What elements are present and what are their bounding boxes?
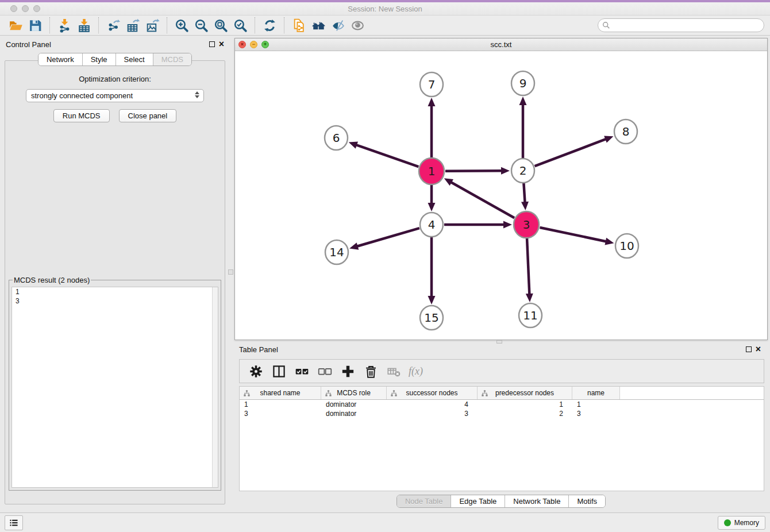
edge-4-14[interactable]	[356, 228, 419, 246]
graph-node-6[interactable]: 6	[325, 126, 348, 150]
edge-1-6[interactable]	[355, 145, 418, 167]
graph-node-8[interactable]: 8	[614, 119, 637, 144]
tab-network[interactable]: Network	[38, 53, 83, 65]
column-header-mcds-role[interactable]: MCDS role	[321, 387, 387, 399]
export-network-icon	[106, 18, 121, 33]
search-icon	[602, 21, 610, 29]
table-header-row: shared name MCDS role successor nodes pr…	[240, 387, 764, 400]
network-window-titlebar[interactable]: × − + scc.txt	[235, 38, 767, 51]
export-network-button[interactable]	[103, 17, 123, 34]
graph-node-9[interactable]: 9	[511, 71, 534, 95]
cell-shared-name: 1	[240, 400, 321, 408]
toolbar-separator	[98, 17, 99, 33]
network-canvas[interactable]: 7968124314101511	[235, 51, 767, 340]
edge-3-1[interactable]	[450, 182, 514, 218]
create-column-button[interactable]	[337, 363, 358, 380]
column-header-successor-nodes[interactable]: successor nodes	[387, 387, 478, 399]
graphics-details-eye-icon	[331, 18, 345, 33]
mcds-result-title: MCDS result (2 nodes)	[13, 276, 91, 284]
import-network-icon	[57, 18, 72, 33]
graph-node-3[interactable]: 3	[514, 211, 539, 238]
graph-node-11[interactable]: 11	[519, 303, 542, 327]
mcds-result-list[interactable]: 1 3	[11, 287, 218, 488]
close-panel-button[interactable]: Close panel	[119, 109, 177, 122]
zoom-out-button[interactable]	[191, 17, 211, 34]
float-panel-icon[interactable]	[209, 41, 215, 47]
result-node: 3	[12, 296, 218, 306]
edge-arrow-2-8	[604, 136, 613, 142]
graph-node-10[interactable]: 10	[615, 234, 638, 258]
table-panel-header: Table Panel ×	[234, 342, 768, 357]
tab-node-table[interactable]: Node Table	[397, 495, 452, 507]
open-session-button[interactable]	[6, 17, 25, 34]
tab-edge-table[interactable]: Edge Table	[451, 495, 505, 507]
float-panel-icon[interactable]	[746, 346, 752, 352]
save-session-button[interactable]	[25, 17, 45, 34]
mcds-result-group: MCDS result (2 nodes) 1 3	[9, 276, 221, 491]
deselect-all-columns-button[interactable]	[314, 363, 335, 380]
network-title: scc.txt	[235, 40, 767, 49]
duplicate-network-button[interactable]	[289, 17, 309, 34]
graph-node-14[interactable]: 14	[325, 240, 348, 264]
tab-style[interactable]: Style	[83, 53, 116, 65]
graph-node-1[interactable]: 1	[419, 158, 444, 184]
graph-node-7[interactable]: 7	[420, 72, 443, 97]
graph-node-2[interactable]: 2	[511, 159, 534, 183]
result-scrollbar[interactable]	[212, 287, 218, 487]
overview-button[interactable]	[348, 17, 367, 34]
duplicate-network-icon	[292, 18, 306, 33]
edge-2-8[interactable]	[535, 138, 607, 166]
run-mcds-button[interactable]: Run MCDS	[53, 109, 110, 122]
column-header-name[interactable]: name	[572, 387, 620, 399]
attribute-icon	[390, 390, 398, 397]
cell-mcds-role: dominator	[321, 400, 387, 408]
edge-3-10[interactable]	[540, 228, 607, 242]
cell-successor-nodes: 4	[387, 400, 478, 408]
zoom-fit-button[interactable]	[211, 17, 230, 34]
search-field-wrap	[598, 18, 764, 32]
tab-mcds[interactable]: MCDS	[153, 53, 191, 65]
close-panel-icon[interactable]: ×	[756, 346, 761, 352]
edge-arrow-3-10	[605, 238, 614, 245]
select-all-columns-button[interactable]	[291, 363, 312, 380]
edge-1-2[interactable]	[445, 171, 503, 171]
criterion-select[interactable]: strongly connected component	[26, 89, 204, 102]
svg-text:7: 7	[428, 78, 436, 91]
graph-node-4[interactable]: 4	[420, 213, 443, 237]
stepper-icon	[195, 91, 199, 98]
import-table-button[interactable]	[74, 17, 94, 34]
export-table-button[interactable]	[123, 17, 143, 34]
attribute-icon	[325, 390, 332, 397]
task-history-button[interactable]	[5, 515, 23, 530]
home-button[interactable]	[309, 17, 328, 34]
graph-node-15[interactable]: 15	[420, 306, 443, 330]
tab-network-table[interactable]: Network Table	[505, 495, 569, 507]
toolbar-separator	[167, 17, 167, 33]
edge-arrow-2-3	[521, 202, 529, 210]
tab-select[interactable]: Select	[116, 53, 153, 65]
vertical-splitter-handle[interactable]	[228, 269, 233, 275]
edge-2-3[interactable]	[523, 183, 525, 203]
table-row[interactable]: 1 dominator 4 1 1	[240, 400, 764, 409]
column-header-predecessor-nodes[interactable]: predecessor nodes	[478, 387, 572, 399]
zoom-in-button[interactable]	[172, 17, 191, 34]
graphics-details-button[interactable]	[328, 17, 348, 34]
table-row[interactable]: 3 dominator 3 2 3	[240, 409, 764, 418]
cell-name: 1	[572, 400, 620, 408]
zoom-selected-button[interactable]	[230, 17, 250, 34]
delete-column-button[interactable]	[360, 363, 381, 380]
import-network-button[interactable]	[55, 17, 74, 34]
memory-button[interactable]: Memory	[718, 516, 765, 530]
search-input[interactable]	[598, 18, 764, 32]
table-settings-button[interactable]	[245, 363, 266, 380]
edge-3-11[interactable]	[527, 238, 529, 295]
function-builder-button: f(x)	[406, 365, 425, 377]
column-header-shared-name[interactable]: shared name	[240, 387, 321, 399]
show-column-button[interactable]	[268, 363, 289, 380]
tab-motifs[interactable]: Motifs	[569, 495, 605, 507]
toolbar-separator	[284, 17, 284, 33]
zoom-out-icon	[194, 18, 209, 33]
refresh-button[interactable]	[260, 17, 279, 34]
export-image-button[interactable]	[143, 17, 162, 34]
close-panel-icon[interactable]: ×	[219, 41, 224, 47]
